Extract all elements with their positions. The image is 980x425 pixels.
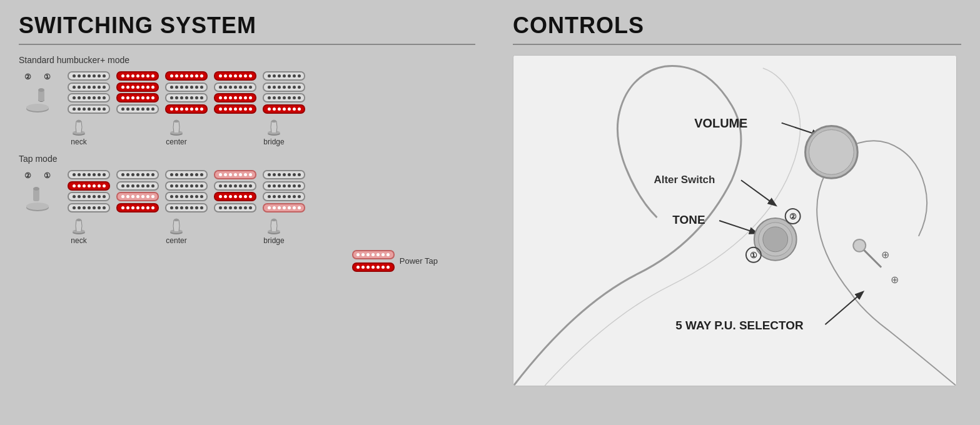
pos5-pickup-tap xyxy=(263,170,305,214)
left-divider xyxy=(19,44,475,45)
switch-icon-standard xyxy=(21,82,54,114)
switch-icon-tap xyxy=(21,181,54,212)
alter-switch-text: Alter Switch xyxy=(654,174,715,186)
svg-point-23 xyxy=(174,219,179,221)
neck-coil-top-2 xyxy=(68,82,110,92)
switching-system-title: SWITCHING SYSTEM xyxy=(19,12,475,39)
center-coil-bot-1 xyxy=(116,93,159,102)
right-panel: CONTROLS VOLUME Alter Switch TONE xyxy=(494,0,980,425)
bridge-pickup-tap xyxy=(165,170,208,214)
legend: Power Tap xyxy=(19,250,475,272)
toggle-center-tap xyxy=(168,216,185,235)
bridge-coil-top-1 xyxy=(165,71,208,81)
neck-coil-top-1 xyxy=(68,71,110,81)
switch-group-1: ② ① xyxy=(19,72,56,114)
svg-point-26 xyxy=(271,219,276,221)
toggle-center-standard xyxy=(168,118,185,136)
tap-mode-label: Tap mode xyxy=(19,154,475,164)
svg-text:⊕: ⊕ xyxy=(881,249,889,260)
bridge-label-standard: bridge xyxy=(253,138,295,146)
center-coil-pair-bottom xyxy=(116,93,159,114)
toggle-neck-tap xyxy=(70,216,88,235)
center-coil-pair-top xyxy=(116,71,159,92)
left-panel: SWITCHING SYSTEM Standard humbucker+ mod… xyxy=(0,0,494,425)
center-pickup-tap xyxy=(116,170,159,214)
center-label-tap: center xyxy=(155,236,198,245)
toggle-bridge-standard xyxy=(265,118,283,136)
pos4-pickup-standard xyxy=(214,71,256,115)
center-coil-bot-2 xyxy=(116,104,159,114)
tap-mode-block: Tap mode ② ① xyxy=(19,154,475,272)
toggle-bridge-tap xyxy=(265,216,283,235)
svg-text:①: ① xyxy=(750,251,757,260)
svg-point-4 xyxy=(38,88,44,92)
switch-num1-tap: ① xyxy=(44,171,51,180)
toggle-neck-standard xyxy=(70,118,88,136)
svg-point-10 xyxy=(174,120,179,122)
switch-num2-tap: ② xyxy=(24,171,31,180)
svg-point-30 xyxy=(809,130,854,175)
controls-svg: VOLUME Alter Switch TONE ① ② xyxy=(513,56,956,386)
switch-group-tap: ② ① xyxy=(19,171,56,212)
svg-rect-27 xyxy=(513,56,956,386)
bridge-label-tap: bridge xyxy=(253,236,295,245)
controls-title: CONTROLS xyxy=(513,12,961,39)
svg-point-13 xyxy=(271,120,276,122)
pos4-pickup-tap xyxy=(214,170,256,214)
svg-point-17 xyxy=(33,187,39,191)
neck-label-standard: neck xyxy=(58,138,100,146)
center-pickup-standard xyxy=(116,71,159,115)
bridge-coil-pair-bottom xyxy=(165,93,208,114)
pos5-pickup-standard xyxy=(263,71,305,115)
volume-text: VOLUME xyxy=(694,116,747,130)
neck-coil-bot-1 xyxy=(68,93,110,102)
center-coil-top-1 xyxy=(116,71,159,81)
svg-point-7 xyxy=(76,120,81,122)
controls-diagram: VOLUME Alter Switch TONE ① ② xyxy=(513,55,957,386)
switch-num2: ② xyxy=(24,72,31,81)
svg-point-35 xyxy=(763,227,788,252)
bridge-coil-bot-1 xyxy=(165,93,208,102)
standard-mode-label: Standard humbucker+ mode xyxy=(19,55,475,65)
svg-point-15 xyxy=(26,202,49,210)
tone-text: TONE xyxy=(672,213,705,226)
center-coil-top-2 xyxy=(116,82,159,92)
bridge-coil-top-2 xyxy=(165,82,208,92)
selector-text: 5 WAY P.U. SELECTOR xyxy=(675,319,804,332)
svg-point-41 xyxy=(853,239,866,252)
neck-coil-pair-top xyxy=(68,71,110,92)
bridge-pickup-standard xyxy=(165,71,208,115)
bridge-coil-bot-2 xyxy=(165,104,208,114)
switch-num1: ① xyxy=(44,72,51,81)
neck-coil-bot-2 xyxy=(68,104,110,114)
bridge-coil-pair-top xyxy=(165,71,208,92)
neck-pickup-tap xyxy=(68,170,110,214)
svg-point-20 xyxy=(76,219,81,221)
svg-text:⊕: ⊕ xyxy=(891,274,899,285)
neck-coil-pair-bottom xyxy=(68,93,110,114)
right-divider xyxy=(513,44,961,45)
center-label-standard: center xyxy=(155,138,198,146)
neck-label-tap: neck xyxy=(58,236,100,245)
svg-text:②: ② xyxy=(789,212,797,221)
legend-label: Power Tap xyxy=(400,256,438,266)
neck-pickup-standard xyxy=(68,71,110,115)
standard-mode-block: Standard humbucker+ mode ② ① xyxy=(19,55,475,146)
svg-point-1 xyxy=(26,104,49,111)
